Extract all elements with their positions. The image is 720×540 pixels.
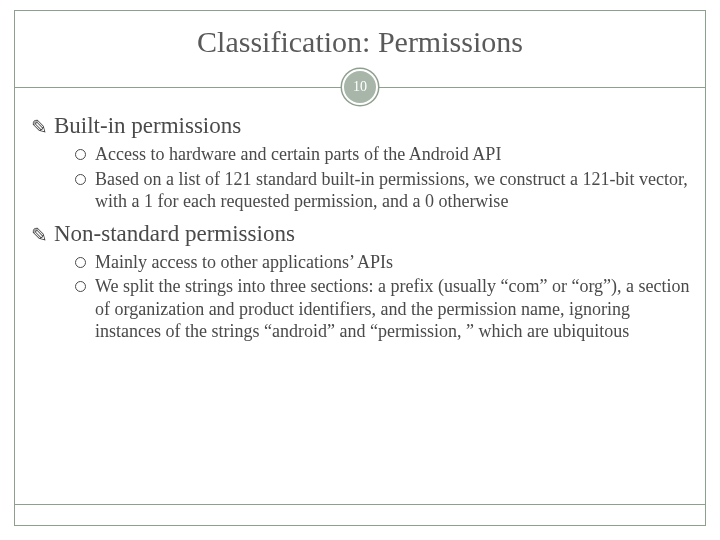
circle-bullet-icon [75,174,86,185]
section-heading-text: Non-standard permissions [54,221,295,247]
slide-title: Classification: Permissions [15,25,705,59]
list-item: Access to hardware and certain parts of … [75,143,695,166]
title-divider: 10 [15,69,705,105]
slide-frame: Classification: Permissions 10 ✎ Built-i… [14,10,706,526]
page-number: 10 [353,79,367,95]
slide-content: ✎ Built-in permissions Access to hardwar… [15,113,705,343]
slide: Classification: Permissions 10 ✎ Built-i… [0,0,720,540]
list-item: Mainly access to other applications’ API… [75,251,695,274]
section-heading: ✎ Non-standard permissions [31,221,695,247]
section-heading: ✎ Built-in permissions [31,113,695,139]
list-item: We split the strings into three sections… [75,275,695,343]
section-heading-text: Built-in permissions [54,113,241,139]
scribble-bullet-icon: ✎ [31,225,48,245]
scribble-bullet-icon: ✎ [31,117,48,137]
list-item-text: Access to hardware and certain parts of … [95,143,695,166]
bottom-divider [15,504,705,505]
circle-bullet-icon [75,281,86,292]
bullet-list: Mainly access to other applications’ API… [31,251,695,343]
bullet-list: Access to hardware and certain parts of … [31,143,695,213]
list-item-text: Mainly access to other applications’ API… [95,251,695,274]
list-item: Based on a list of 121 standard built-in… [75,168,695,213]
circle-bullet-icon [75,149,86,160]
list-item-text: We split the strings into three sections… [95,275,695,343]
circle-bullet-icon [75,257,86,268]
list-item-text: Based on a list of 121 standard built-in… [95,168,695,213]
page-number-badge: 10 [342,69,378,105]
